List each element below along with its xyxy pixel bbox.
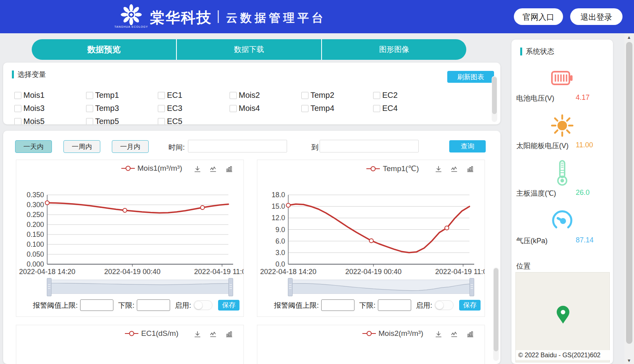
enable-toggle[interactable]	[193, 300, 213, 310]
status-label: 主板温度(℃)	[516, 189, 556, 197]
header-bar: TANGHUA ECOLOGY 棠华科技 云数据管理平台 官网入口 退出登录	[0, 0, 634, 33]
checkbox-item-mois3[interactable]: Mois3	[14, 102, 86, 115]
charts-panel-scrollbar[interactable]	[493, 267, 499, 361]
data-point-marker	[286, 203, 290, 207]
svg-text:2022-04-18 14:20: 2022-04-18 14:20	[19, 268, 75, 276]
checkbox-item-ec5[interactable]: EC5	[158, 115, 230, 124]
line-chart-icon[interactable]	[450, 330, 458, 340]
window-scrollbar[interactable]: ▲ ▼	[624, 33, 634, 364]
checkbox[interactable]	[301, 92, 308, 99]
threshold-lower-input[interactable]	[378, 299, 411, 311]
bar-chart-icon[interactable]	[225, 330, 233, 340]
datazoom-right-handle[interactable]	[469, 278, 474, 296]
time-from-input[interactable]	[188, 140, 287, 152]
battery-icon	[511, 63, 613, 93]
checkbox-item-temp4[interactable]: Temp4	[301, 102, 373, 115]
official-site-button[interactable]: 官网入口	[514, 8, 563, 25]
svg-text:0.0: 0.0	[276, 260, 285, 268]
chart-toolbox	[193, 330, 233, 340]
download-icon[interactable]	[435, 330, 442, 340]
threshold-upper-input[interactable]	[80, 299, 113, 311]
line-chart-plot[interactable]: 0.03.06.09.012.015.018.02022-04-18 14:20…	[257, 181, 485, 278]
svg-text:0.200: 0.200	[27, 221, 44, 229]
location-map[interactable]: © 2022 Baidu - GS(2021)602	[515, 272, 610, 362]
line-chart-plot[interactable]: 0.0000.0500.1000.1500.2000.2500.3000.350…	[16, 181, 243, 278]
window-scrollbar-thumb[interactable]	[626, 42, 632, 344]
status-value: 11.00	[576, 141, 593, 149]
line-chart-icon[interactable]	[209, 165, 217, 175]
datazoom-left-handle[interactable]	[288, 278, 293, 296]
tab-data-preview[interactable]: 数据预览	[32, 39, 177, 60]
checkbox[interactable]	[158, 118, 165, 125]
threshold-upper-input[interactable]	[321, 299, 354, 311]
checkbox-item-temp2[interactable]: Temp2	[301, 89, 373, 102]
datazoom-slider[interactable]	[49, 280, 231, 294]
checkbox[interactable]	[158, 105, 165, 112]
checkbox-item-ec3[interactable]: EC3	[158, 102, 230, 115]
checkbox-item-ec2[interactable]: EC2	[373, 89, 445, 102]
download-icon[interactable]	[435, 165, 442, 175]
range-button-1[interactable]: 一周内	[63, 140, 100, 153]
checkbox[interactable]	[86, 118, 93, 125]
checkbox[interactable]	[230, 105, 237, 112]
alarm-threshold-row: 报警阈值上限:下限:启用:保存	[274, 299, 481, 311]
enable-toggle[interactable]	[435, 300, 454, 310]
checkbox[interactable]	[158, 92, 165, 99]
bar-chart-icon[interactable]	[466, 165, 474, 175]
scroll-up-arrow[interactable]: ▲	[627, 35, 631, 40]
chart-toolbox	[435, 330, 474, 340]
checkbox[interactable]	[301, 105, 308, 112]
checkbox[interactable]	[230, 92, 237, 99]
checkbox-item-mois1[interactable]: Mois1	[14, 89, 86, 102]
line-chart-icon[interactable]	[450, 165, 458, 175]
svg-text:2022-04-19 11:00: 2022-04-19 11:00	[194, 268, 243, 276]
logout-button[interactable]: 退出登录	[570, 8, 623, 25]
checkbox-label: Mois4	[239, 104, 260, 113]
range-button-0[interactable]: 一天内	[15, 140, 52, 153]
time-to-input[interactable]	[320, 140, 419, 152]
checkbox-item-temp3[interactable]: Temp3	[86, 102, 158, 115]
checkbox[interactable]	[86, 105, 93, 112]
checkbox-item-ec1[interactable]: EC1	[158, 89, 230, 102]
checkbox[interactable]	[14, 118, 21, 125]
variable-checkbox-grid: Mois1Temp1EC1Mois2Temp2EC2Mois3Temp3EC3M…	[14, 89, 458, 124]
bar-chart-icon[interactable]	[466, 330, 474, 340]
checkbox[interactable]	[373, 92, 380, 99]
datazoom-right-handle[interactable]	[228, 278, 233, 296]
checkbox-label: Temp4	[310, 104, 334, 113]
tab-data-download[interactable]: 数据下载	[177, 39, 322, 60]
line-chart-icon[interactable]	[209, 330, 217, 340]
variable-panel-scrollbar-thumb[interactable]	[492, 77, 497, 114]
checkbox-item-ec4[interactable]: EC4	[373, 102, 445, 115]
refresh-charts-button[interactable]: 刷新图表	[447, 71, 494, 83]
checkbox-item-mois4[interactable]: Mois4	[230, 102, 301, 115]
save-threshold-button[interactable]: 保存	[459, 300, 481, 311]
scroll-down-arrow[interactable]: ▼	[627, 358, 631, 363]
tab-graph-image[interactable]: 图形图像	[322, 39, 466, 60]
download-icon[interactable]	[193, 330, 201, 340]
checkbox-item-temp5[interactable]: Temp5	[86, 115, 158, 124]
checkbox[interactable]	[86, 92, 93, 99]
chart-card-2: EC1(dS/m)	[16, 325, 244, 364]
charts-panel-scrollbar-thumb[interactable]	[494, 268, 498, 351]
checkbox-item-mois5[interactable]: Mois5	[14, 115, 86, 124]
status-row: 主板温度(℃)26.0	[511, 189, 613, 198]
checkbox[interactable]	[14, 92, 21, 99]
download-icon[interactable]	[193, 165, 201, 175]
query-button[interactable]: 查询	[449, 140, 486, 152]
chart-toolbox	[193, 165, 233, 175]
checkbox-item-mois2[interactable]: Mois2	[230, 89, 301, 102]
datazoom-slider[interactable]	[290, 280, 472, 294]
status-label: 气压(kPa)	[516, 237, 548, 245]
checkbox[interactable]	[373, 105, 380, 112]
checkbox[interactable]	[14, 105, 21, 112]
checkbox-item-temp1[interactable]: Temp1	[86, 89, 158, 102]
bar-chart-icon[interactable]	[225, 165, 233, 175]
variable-panel-scrollbar[interactable]	[492, 76, 497, 122]
threshold-lower-input[interactable]	[137, 299, 170, 311]
range-button-2[interactable]: 一月内	[112, 140, 149, 153]
svg-text:2022-04-19 11:00: 2022-04-19 11:00	[435, 268, 485, 276]
datazoom-left-handle[interactable]	[47, 278, 52, 296]
save-threshold-button[interactable]: 保存	[218, 300, 239, 311]
svg-text:0.100: 0.100	[27, 240, 44, 248]
